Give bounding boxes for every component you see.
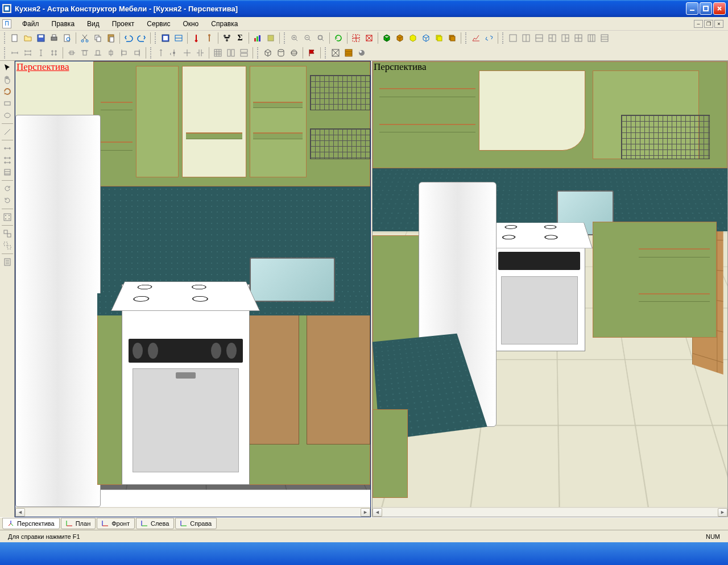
layout-1-button[interactable] <box>507 32 519 44</box>
tab-plan[interactable]: План <box>61 518 96 529</box>
marker-c-button[interactable] <box>181 47 193 59</box>
stack-b-button[interactable] <box>446 32 458 44</box>
align-c-button[interactable] <box>92 47 104 59</box>
layout-4-button[interactable] <box>546 32 559 44</box>
grid-c-button[interactable] <box>238 47 250 59</box>
graph-button[interactable] <box>470 32 482 44</box>
shape-cube-button[interactable] <box>262 47 274 59</box>
rect-tool-button[interactable] <box>1 98 14 109</box>
toolbar-grip-icon[interactable] <box>465 32 468 44</box>
scroll-left-button[interactable]: ◄ <box>373 508 382 517</box>
box-colored-button[interactable] <box>394 32 406 44</box>
screw-button[interactable] <box>203 32 216 44</box>
marker-d-button[interactable] <box>194 47 206 59</box>
link-button[interactable] <box>483 32 495 44</box>
dim-b-button[interactable] <box>22 47 34 59</box>
hand-tool-button[interactable] <box>1 74 14 85</box>
tab-right[interactable]: Справа <box>175 518 217 529</box>
deselect-button[interactable] <box>363 32 375 44</box>
refresh-button[interactable] <box>332 32 345 44</box>
grid-a-button[interactable] <box>212 47 224 59</box>
copy-button[interactable] <box>92 32 104 44</box>
layout-6-button[interactable] <box>572 32 585 44</box>
viewport-left-scrollbar[interactable]: ◄ ► <box>15 507 370 517</box>
stack-a-button[interactable] <box>433 32 445 44</box>
tab-perspective[interactable]: Перспектива <box>2 518 60 529</box>
minimize-button[interactable] <box>686 2 698 15</box>
menu-file[interactable]: Файл <box>16 18 46 30</box>
scroll-right-button[interactable]: ► <box>718 508 727 517</box>
marker-a-button[interactable] <box>155 47 167 59</box>
align-d-button[interactable] <box>105 47 117 59</box>
viewport-right-scrollbar[interactable]: ◄ ► <box>373 507 727 517</box>
layout-8-button[interactable] <box>598 32 611 44</box>
measure-c-button[interactable] <box>1 167 14 178</box>
align-e-button[interactable] <box>118 47 130 59</box>
shape-sphere-button[interactable] <box>288 47 300 59</box>
zoom-fit-button[interactable] <box>315 32 327 44</box>
layout-7-button[interactable] <box>585 32 598 44</box>
material-button[interactable] <box>342 47 355 59</box>
box-3d-button[interactable] <box>380 32 393 44</box>
grid-snap-button[interactable] <box>1 211 14 223</box>
open-file-button[interactable] <box>22 32 34 44</box>
properties-button[interactable] <box>1 256 14 268</box>
maximize-button[interactable] <box>700 2 712 15</box>
viewport-right[interactable]: Перспектива ◄ ► <box>372 61 728 517</box>
align-a-button[interactable] <box>65 47 78 59</box>
align-f-button[interactable] <box>131 47 143 59</box>
mdi-minimize-button[interactable]: – <box>694 20 703 28</box>
panel-b-button[interactable] <box>172 32 185 44</box>
mdi-app-icon[interactable]: П <box>2 19 11 28</box>
toolbar-grip-icon[interactable] <box>4 47 6 59</box>
hierarchy-button[interactable] <box>221 32 233 44</box>
sum-button[interactable]: Σ <box>234 32 246 44</box>
toolbar-grip-icon[interactable] <box>502 32 504 44</box>
undo-button[interactable] <box>122 32 135 44</box>
viewport-left-canvas[interactable]: Перспектива <box>15 61 370 507</box>
viewport-left[interactable]: Перспектива ◄ ► <box>15 61 371 517</box>
group-button[interactable] <box>1 228 14 239</box>
menu-help[interactable]: Справка <box>205 18 244 30</box>
line-tool-button[interactable] <box>1 126 14 138</box>
grid-b-button[interactable] <box>225 47 237 59</box>
paste-button[interactable] <box>105 32 117 44</box>
cut-button[interactable] <box>78 32 91 44</box>
layout-3-button[interactable] <box>533 32 545 44</box>
ungroup-button[interactable] <box>1 240 14 251</box>
menu-project[interactable]: Проект <box>106 18 141 30</box>
toolbar-grip-icon[interactable] <box>257 47 259 59</box>
align-b-button[interactable] <box>78 47 91 59</box>
box-wire-button[interactable] <box>420 32 432 44</box>
drill-button[interactable] <box>190 32 202 44</box>
print-button[interactable] <box>48 32 60 44</box>
flag-button[interactable] <box>305 47 318 59</box>
zoom-in-button[interactable] <box>288 32 301 44</box>
render-button[interactable] <box>355 47 368 59</box>
new-file-button[interactable] <box>9 32 21 44</box>
marker-b-button[interactable] <box>168 47 180 59</box>
toolbar-grip-icon[interactable] <box>325 47 327 59</box>
scroll-right-button[interactable]: ► <box>361 508 370 517</box>
rotate-tool-button[interactable] <box>1 86 14 97</box>
viewport-right-canvas[interactable]: Перспектива <box>373 61 727 507</box>
panel-a-button[interactable] <box>159 32 172 44</box>
mdi-close-button[interactable]: × <box>714 20 723 28</box>
menu-edit[interactable]: Правка <box>46 18 81 30</box>
toolbar-grip-icon[interactable] <box>284 32 286 44</box>
dim-a-button[interactable] <box>9 47 21 59</box>
measure-a-button[interactable] <box>1 143 14 154</box>
texture-button[interactable] <box>329 47 342 59</box>
print-preview-button[interactable] <box>61 32 73 44</box>
chart-button[interactable] <box>251 32 264 44</box>
menu-view[interactable]: Вид <box>81 18 106 30</box>
pointer-tool-button[interactable] <box>1 62 14 73</box>
toolbar-grip-icon[interactable] <box>4 32 6 44</box>
shape-cylinder-button[interactable] <box>275 47 287 59</box>
measure-b-button[interactable] <box>1 155 14 166</box>
save-button[interactable] <box>35 32 47 44</box>
close-button[interactable] <box>713 2 726 15</box>
menu-window[interactable]: Окно <box>176 18 205 30</box>
box-yellow-button[interactable] <box>407 32 419 44</box>
layout-2-button[interactable] <box>520 32 532 44</box>
